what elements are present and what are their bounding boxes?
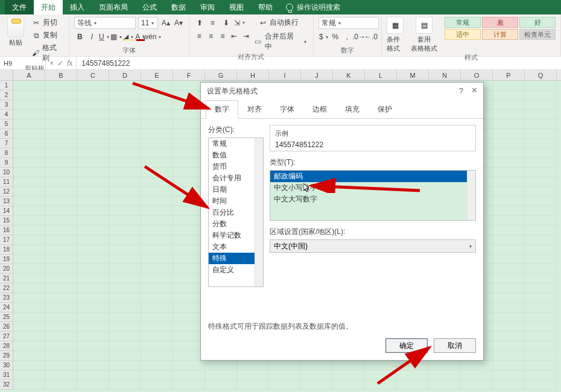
- row-header[interactable]: 8: [0, 148, 13, 158]
- cell[interactable]: [13, 206, 45, 216]
- orientation-button[interactable]: ⇲▾: [234, 17, 245, 28]
- row-header[interactable]: 12: [0, 187, 13, 197]
- cell[interactable]: [109, 332, 141, 341]
- cell[interactable]: [77, 380, 109, 390]
- cell[interactable]: [45, 119, 77, 129]
- italic-button[interactable]: I: [86, 31, 97, 42]
- cell[interactable]: [13, 254, 45, 264]
- cell[interactable]: [525, 168, 557, 177]
- cell[interactable]: [77, 129, 109, 139]
- cell[interactable]: [45, 283, 77, 293]
- cell[interactable]: [525, 274, 557, 283]
- cell[interactable]: [13, 351, 45, 361]
- cell[interactable]: [77, 158, 109, 168]
- locale-select[interactable]: 中文(中国) ▾: [270, 239, 476, 253]
- tell-me-search[interactable]: 操作说明搜索: [286, 0, 340, 14]
- cell[interactable]: [141, 351, 173, 361]
- cell[interactable]: [45, 139, 77, 148]
- cell[interactable]: [109, 341, 141, 351]
- number-format-select[interactable]: 常规▾: [319, 17, 379, 29]
- type-listbox[interactable]: 邮政编码中文小写数字中文大写数字: [270, 170, 476, 221]
- row-header[interactable]: 26: [0, 322, 13, 332]
- cell[interactable]: [13, 235, 45, 245]
- align-right-button[interactable]: ≡: [217, 31, 227, 42]
- cell[interactable]: [525, 206, 557, 216]
- row-header[interactable]: 24: [0, 303, 13, 312]
- cell[interactable]: [525, 245, 557, 254]
- cell[interactable]: [493, 177, 525, 187]
- cell[interactable]: [301, 361, 333, 370]
- cell[interactable]: [77, 226, 109, 235]
- category-listbox[interactable]: 常规数值货币会计专用日期时间百分比分数科学记数文本特殊自定义: [208, 138, 264, 287]
- cell[interactable]: [77, 293, 109, 303]
- column-header[interactable]: N: [429, 70, 461, 81]
- cell[interactable]: [45, 81, 77, 90]
- row-header[interactable]: 11: [0, 177, 13, 187]
- column-header[interactable]: L: [365, 70, 397, 81]
- cell[interactable]: [205, 380, 237, 390]
- cell[interactable]: [77, 206, 109, 216]
- cell[interactable]: [141, 216, 173, 226]
- border-button[interactable]: ▦▾: [110, 31, 121, 42]
- cell[interactable]: [237, 370, 269, 380]
- cell[interactable]: [13, 303, 45, 312]
- cell[interactable]: [493, 187, 525, 197]
- cell[interactable]: [13, 245, 45, 254]
- cell[interactable]: [13, 129, 45, 139]
- cell[interactable]: [301, 380, 333, 390]
- cell[interactable]: [77, 283, 109, 293]
- row-header[interactable]: 5: [0, 119, 13, 129]
- cell[interactable]: [141, 341, 173, 351]
- cell[interactable]: [109, 177, 141, 187]
- cell[interactable]: [13, 110, 45, 119]
- cell[interactable]: [45, 100, 77, 110]
- cell[interactable]: [13, 177, 45, 187]
- row-header[interactable]: 28: [0, 341, 13, 351]
- cell[interactable]: [141, 226, 173, 235]
- cell[interactable]: [45, 197, 77, 206]
- cell[interactable]: [109, 361, 141, 370]
- cell[interactable]: [141, 90, 173, 100]
- cell[interactable]: [13, 168, 45, 177]
- cell[interactable]: [525, 322, 557, 332]
- conditional-format-button[interactable]: 条件格式: [387, 35, 404, 53]
- tab-data[interactable]: 数据: [164, 0, 193, 14]
- cell[interactable]: [141, 158, 173, 168]
- dlg-tab-font[interactable]: 字体: [271, 100, 303, 119]
- cell[interactable]: [45, 332, 77, 341]
- row-header[interactable]: 14: [0, 206, 13, 216]
- cell[interactable]: [13, 100, 45, 110]
- cell[interactable]: [13, 226, 45, 235]
- cell[interactable]: [493, 235, 525, 245]
- cell[interactable]: [109, 226, 141, 235]
- cell[interactable]: [13, 158, 45, 168]
- tab-review[interactable]: 审阅: [193, 0, 222, 14]
- cell[interactable]: [237, 380, 269, 390]
- cell[interactable]: [109, 197, 141, 206]
- cell[interactable]: [13, 216, 45, 226]
- cell[interactable]: [13, 148, 45, 158]
- cell[interactable]: [77, 139, 109, 148]
- row-header[interactable]: 10: [0, 168, 13, 177]
- row-header[interactable]: 27: [0, 332, 13, 341]
- type-item[interactable]: 中文小写数字: [270, 182, 475, 194]
- cell[interactable]: [141, 312, 173, 322]
- cell[interactable]: [77, 119, 109, 129]
- cell[interactable]: [301, 370, 333, 380]
- cell[interactable]: [109, 293, 141, 303]
- cell[interactable]: [109, 90, 141, 100]
- row-header[interactable]: 6: [0, 129, 13, 139]
- cell[interactable]: [109, 139, 141, 148]
- cell[interactable]: [109, 370, 141, 380]
- row-header[interactable]: 16: [0, 226, 13, 235]
- cell[interactable]: [493, 254, 525, 264]
- cell[interactable]: [269, 370, 301, 380]
- cell[interactable]: [45, 303, 77, 312]
- cell[interactable]: [525, 380, 557, 390]
- cell[interactable]: [77, 351, 109, 361]
- dlg-tab-fill[interactable]: 填充: [336, 100, 369, 119]
- cell[interactable]: [109, 380, 141, 390]
- column-header[interactable]: M: [397, 70, 429, 81]
- row-header[interactable]: 31: [0, 370, 13, 380]
- cell[interactable]: [141, 187, 173, 197]
